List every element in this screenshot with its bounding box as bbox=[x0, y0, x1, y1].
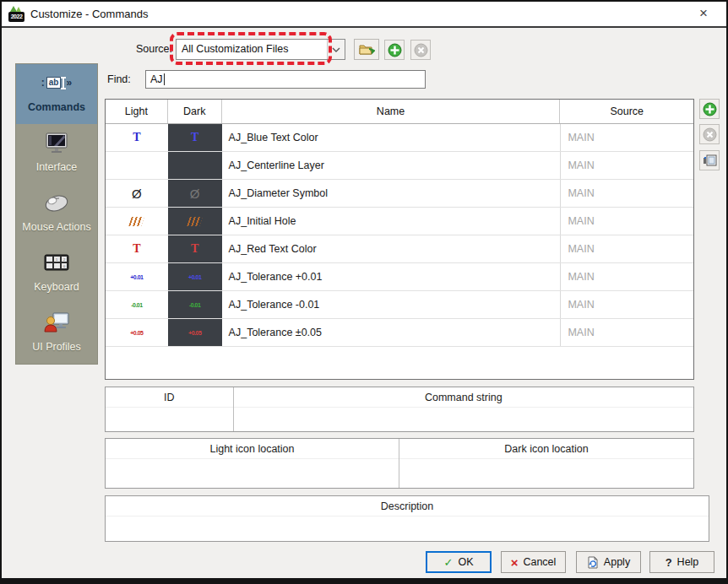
green-plus-icon bbox=[388, 43, 402, 57]
window-title: Customize - Commands bbox=[30, 8, 148, 20]
sidebar-item-label: Commands bbox=[16, 101, 97, 113]
chevron-down-icon[interactable] bbox=[327, 40, 345, 59]
find-input[interactable]: AJ bbox=[145, 70, 426, 89]
id-header: ID bbox=[106, 387, 233, 408]
add-command-button[interactable] bbox=[699, 99, 720, 119]
open-customization-file-button[interactable] bbox=[354, 39, 379, 60]
table-header: Light Dark Name Source bbox=[106, 100, 693, 124]
table-row[interactable]: AJ_Initial Hole MAIN bbox=[106, 208, 693, 235]
dark-icon-location-column: Dark icon location bbox=[399, 439, 693, 488]
command-name: AJ_Tolerance +0.01 bbox=[222, 263, 561, 290]
sidebar: :ab» Commands Interface bbox=[15, 63, 98, 365]
add-customization-file-button[interactable] bbox=[384, 40, 405, 60]
tolerance-pm-icon: +0.05 bbox=[130, 330, 143, 336]
apply-page-icon bbox=[587, 556, 599, 569]
user-profile-icon bbox=[16, 304, 97, 341]
sidebar-item-keyboard[interactable]: 120 Keyboard bbox=[16, 244, 97, 304]
hatch-icon bbox=[129, 217, 145, 226]
table-row[interactable]: Ø Ø AJ_Diameter Symbol MAIN bbox=[106, 180, 693, 208]
tolerance-minus-icon: -0.01 bbox=[189, 302, 200, 308]
sidebar-item-ui-profiles[interactable]: UI Profiles bbox=[16, 304, 97, 364]
command-string-header: Command string bbox=[234, 387, 693, 408]
table-row[interactable]: T T AJ_Blue Text Color MAIN bbox=[106, 124, 693, 152]
blue-text-icon: T bbox=[133, 131, 140, 144]
gray-x-icon bbox=[703, 127, 717, 142]
find-label: Find: bbox=[107, 73, 131, 85]
source-label: Source: bbox=[120, 43, 172, 55]
cancel-button-label: Cancel bbox=[523, 556, 556, 568]
sidebar-item-label: UI Profiles bbox=[16, 341, 97, 353]
column-header-dark[interactable]: Dark bbox=[168, 100, 222, 123]
table-row[interactable]: +0.01 +0.01 AJ_Tolerance +0.01 MAIN bbox=[106, 263, 693, 291]
diameter-symbol-icon: Ø bbox=[190, 187, 200, 201]
title-bar: 2022 Customize - Commands × bbox=[2, 2, 726, 28]
text-caret bbox=[164, 73, 165, 85]
green-plus-icon bbox=[703, 102, 717, 116]
command-source: MAIN bbox=[560, 180, 693, 207]
close-icon[interactable]: × bbox=[693, 3, 714, 24]
help-button[interactable]: ? Help bbox=[649, 551, 714, 573]
sidebar-item-label: Keyboard bbox=[16, 281, 97, 293]
id-command-panel: ID Command string bbox=[105, 387, 694, 432]
remove-customization-file-button[interactable] bbox=[410, 40, 431, 60]
cancel-button[interactable]: × Cancel bbox=[501, 551, 566, 573]
command-source: MAIN bbox=[560, 124, 693, 151]
icon-editor-button[interactable] bbox=[699, 150, 720, 170]
commands-icon: :ab» bbox=[16, 64, 97, 101]
table-row[interactable]: T T AJ_Red Text Color MAIN bbox=[106, 235, 693, 263]
sidebar-item-interface[interactable]: Interface bbox=[16, 124, 97, 184]
check-icon: ✓ bbox=[444, 556, 454, 569]
remove-command-button[interactable] bbox=[699, 124, 720, 144]
sidebar-item-commands[interactable]: :ab» Commands bbox=[16, 64, 97, 124]
description-header: Description bbox=[106, 496, 709, 516]
table-row[interactable]: +0.05 +0.05 AJ_Tolerance ±0.05 MAIN bbox=[106, 319, 693, 347]
command-name: AJ_Red Text Color bbox=[222, 235, 561, 262]
ok-button-label: OK bbox=[458, 556, 473, 568]
command-source: MAIN bbox=[560, 319, 693, 346]
apply-button[interactable]: Apply bbox=[576, 551, 641, 573]
table-row[interactable]: -0.01 -0.01 AJ_Tolerance -0.01 MAIN bbox=[106, 291, 693, 319]
ok-button[interactable]: ✓ OK bbox=[426, 551, 492, 573]
app-icon: 2022 bbox=[8, 6, 24, 22]
tolerance-plus-icon: +0.01 bbox=[130, 274, 143, 280]
x-icon: × bbox=[511, 556, 519, 569]
command-source: MAIN bbox=[560, 152, 693, 179]
command-string-column: Command string bbox=[233, 387, 693, 431]
command-source: MAIN bbox=[560, 208, 693, 235]
command-name: AJ_Tolerance -0.01 bbox=[222, 291, 561, 318]
tolerance-minus-icon: -0.01 bbox=[131, 302, 142, 308]
dark-icon-location-header: Dark icon location bbox=[399, 439, 693, 459]
command-source: MAIN bbox=[560, 263, 693, 290]
command-name: AJ_Blue Text Color bbox=[222, 124, 561, 151]
description-column: Description bbox=[106, 496, 709, 541]
red-text-icon: T bbox=[133, 242, 140, 256]
icon-editor-icon bbox=[703, 154, 717, 167]
mouse-icon bbox=[16, 184, 97, 221]
sidebar-item-label: Mouse Actions bbox=[16, 221, 97, 233]
diameter-symbol-icon: Ø bbox=[132, 187, 142, 201]
light-icon-location-header: Light icon location bbox=[106, 439, 399, 459]
id-column: ID bbox=[106, 387, 233, 431]
sidebar-item-mouse-actions[interactable]: Mouse Actions bbox=[16, 184, 97, 244]
command-name: AJ_Centerline Layer bbox=[222, 152, 561, 179]
help-button-label: Help bbox=[677, 556, 699, 568]
folder-open-icon bbox=[359, 43, 375, 56]
keyboard-icon: 120 bbox=[16, 244, 97, 281]
column-header-name[interactable]: Name bbox=[222, 100, 561, 123]
command-name: AJ_Tolerance ±0.05 bbox=[222, 319, 561, 346]
source-dropdown-value: All Customization Files bbox=[182, 43, 288, 55]
hatch-icon bbox=[187, 217, 203, 226]
find-input-value: AJ bbox=[150, 73, 163, 85]
tolerance-pm-icon: +0.05 bbox=[188, 330, 201, 336]
light-icon-location-column: Light icon location bbox=[106, 439, 399, 488]
column-header-light[interactable]: Light bbox=[106, 100, 168, 123]
table-row[interactable]: AJ_Centerline Layer MAIN bbox=[106, 152, 693, 180]
source-dropdown[interactable]: All Customization Files bbox=[176, 39, 345, 60]
customize-dialog: 2022 Customize - Commands × Source: All … bbox=[0, 0, 728, 584]
red-text-icon: T bbox=[191, 242, 198, 256]
column-header-source[interactable]: Source bbox=[560, 100, 693, 123]
tolerance-plus-icon: +0.01 bbox=[188, 274, 201, 280]
command-source: MAIN bbox=[560, 235, 693, 262]
sidebar-item-label: Interface bbox=[16, 161, 97, 173]
blue-text-icon: T bbox=[191, 131, 198, 144]
